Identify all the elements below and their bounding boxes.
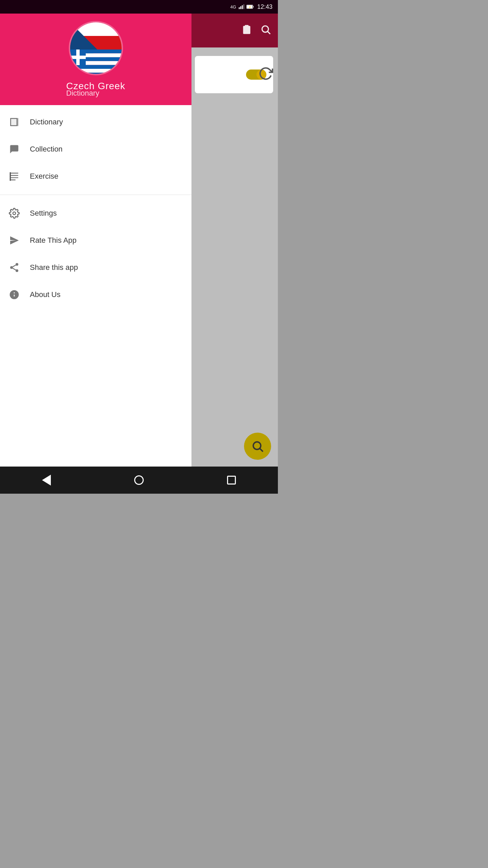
svg-rect-21	[70, 65, 123, 69]
app-bar	[190, 14, 278, 47]
dictionary-label: Dictionary	[30, 118, 63, 126]
bottom-navigation	[0, 467, 278, 494]
drawer-header: Czech Greek Dictionary	[0, 0, 191, 105]
menu-item-exercise[interactable]: Exercise	[0, 163, 191, 190]
menu-divider	[0, 195, 191, 195]
signal-icon	[238, 4, 244, 10]
svg-rect-6	[253, 6, 253, 7]
svg-rect-33	[10, 177, 18, 178]
menu-item-about[interactable]: About Us	[0, 281, 191, 308]
drawer-menu: Dictionary Collection	[0, 105, 191, 494]
about-label: About Us	[30, 290, 61, 299]
svg-rect-8	[245, 25, 249, 26]
svg-point-9	[262, 26, 268, 32]
exercise-label: Exercise	[30, 172, 58, 181]
fab-search-button[interactable]	[244, 433, 271, 460]
svg-line-10	[268, 32, 270, 34]
info-icon	[8, 289, 20, 301]
svg-rect-34	[10, 179, 16, 180]
svg-rect-2	[242, 5, 243, 9]
svg-point-36	[13, 212, 16, 215]
svg-text:⚡: ⚡	[248, 5, 251, 8]
back-button[interactable]	[38, 472, 55, 489]
send-icon	[8, 234, 20, 246]
clock: 12:43	[257, 3, 272, 11]
secondary-menu-section: Settings Rate This App	[0, 196, 191, 312]
home-button[interactable]	[130, 472, 147, 489]
menu-item-collection[interactable]: Collection	[0, 136, 191, 163]
settings-label: Settings	[30, 209, 57, 218]
status-icons: 4G ⚡ 12:43	[230, 3, 272, 11]
gear-icon	[8, 207, 20, 219]
share-icon	[8, 261, 20, 274]
share-label: Share this app	[30, 263, 78, 272]
menu-item-dictionary[interactable]: Dictionary	[0, 108, 191, 136]
svg-point-39	[10, 266, 13, 269]
search-button-appbar[interactable]	[260, 24, 271, 37]
list-icon	[8, 170, 20, 182]
menu-item-settings[interactable]: Settings	[0, 200, 191, 227]
svg-point-38	[16, 263, 18, 266]
book-icon	[8, 116, 20, 128]
svg-rect-35	[10, 172, 11, 181]
recent-apps-button[interactable]	[223, 472, 240, 489]
svg-point-11	[253, 442, 261, 449]
menu-item-share[interactable]: Share this app	[0, 254, 191, 281]
menu-item-rate[interactable]: Rate This App	[0, 227, 191, 254]
rate-label: Rate This App	[30, 236, 77, 245]
status-bar: 4G ⚡ 12:43	[0, 0, 278, 14]
svg-line-12	[260, 449, 263, 452]
svg-marker-37	[10, 236, 19, 244]
svg-rect-3	[243, 4, 244, 9]
refresh-button[interactable]	[258, 66, 273, 82]
svg-rect-22	[70, 69, 123, 73]
svg-point-40	[16, 269, 18, 272]
svg-rect-29	[11, 119, 17, 125]
svg-line-42	[13, 265, 16, 267]
collection-label: Collection	[30, 145, 63, 154]
chat-icon	[8, 143, 20, 155]
svg-rect-32	[10, 175, 18, 176]
navigation-drawer: Czech Greek Dictionary Dictionary	[0, 0, 191, 494]
app-title: Czech Greek Dictionary	[66, 81, 125, 98]
primary-menu-section: Dictionary Collection	[0, 105, 191, 193]
svg-line-41	[13, 268, 16, 270]
svg-rect-30	[17, 118, 18, 126]
battery-icon: ⚡	[246, 4, 254, 9]
network-indicator: 4G	[230, 4, 236, 9]
svg-rect-23	[70, 73, 123, 75]
svg-rect-1	[240, 6, 241, 9]
svg-rect-26	[70, 56, 86, 59]
clipboard-button[interactable]	[241, 24, 252, 37]
svg-rect-31	[10, 173, 18, 174]
svg-rect-0	[239, 7, 240, 9]
app-logo	[69, 21, 123, 75]
